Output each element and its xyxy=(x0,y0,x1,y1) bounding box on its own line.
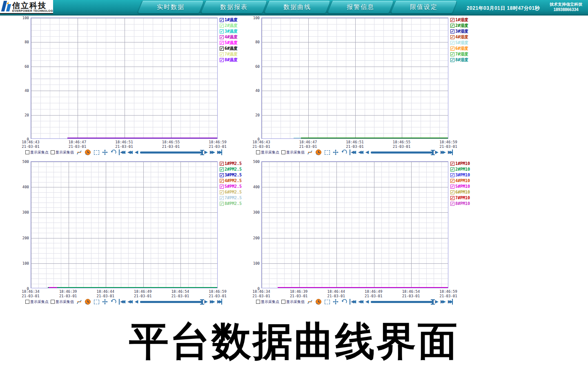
legend-item[interactable]: ✓8#湿度 xyxy=(450,57,468,62)
export-curves-icon[interactable] xyxy=(76,298,82,305)
show-values-checkbox[interactable]: 显示采集值 xyxy=(281,150,305,155)
legend-item[interactable]: ✓2#湿度 xyxy=(450,23,468,28)
legend-item[interactable]: ✓2#PM10 xyxy=(450,167,470,172)
legend-item[interactable]: ✓1#温度 xyxy=(220,17,238,22)
legend-item[interactable]: ✓7#PM10 xyxy=(450,195,470,200)
step-back-icon[interactable]: ◀ xyxy=(365,299,369,305)
step-back-icon[interactable]: ◀ xyxy=(135,299,138,305)
show-points-checkbox-box[interactable] xyxy=(25,300,29,304)
time-slider-handle[interactable] xyxy=(201,299,203,305)
series-checkbox[interactable]: ✓ xyxy=(450,185,454,189)
skip-end-icon[interactable]: ▶▶ xyxy=(217,299,222,305)
series-checkbox[interactable]: ✓ xyxy=(450,167,454,172)
series-checkbox[interactable]: ✓ xyxy=(220,29,224,33)
legend-item[interactable]: ✓1#湿度 xyxy=(450,17,468,22)
snapshot-clock-icon[interactable] xyxy=(85,149,91,156)
snapshot-clock-icon[interactable] xyxy=(315,149,322,156)
undo-icon[interactable] xyxy=(110,298,117,305)
zoom-select-icon[interactable] xyxy=(324,149,330,156)
step-forward-icon[interactable]: ▶ xyxy=(435,299,438,305)
legend-item[interactable]: ✓5#湿度 xyxy=(450,40,468,45)
legend-item[interactable]: ✓6#温度 xyxy=(220,46,238,51)
time-slider-handle[interactable] xyxy=(432,150,434,155)
snapshot-clock-icon[interactable] xyxy=(85,298,91,305)
fast-back-icon[interactable]: ◀◀ xyxy=(127,149,133,155)
legend-item[interactable]: ✓7#湿度 xyxy=(450,51,468,57)
show-points-checkbox-box[interactable] xyxy=(256,300,260,304)
legend-item[interactable]: ✓5#PM2.5 xyxy=(220,184,242,189)
series-checkbox[interactable]: ✓ xyxy=(450,162,454,166)
series-checkbox[interactable]: ✓ xyxy=(220,47,224,51)
series-checkbox[interactable]: ✓ xyxy=(220,162,224,166)
pan-icon[interactable] xyxy=(102,298,108,305)
series-checkbox[interactable]: ✓ xyxy=(450,173,454,177)
tab-realtime-data[interactable]: 实时数据 xyxy=(137,1,205,13)
skip-end-icon[interactable]: ▶▶ xyxy=(448,149,453,155)
legend-item[interactable]: ✓2#温度 xyxy=(220,23,238,28)
series-checkbox[interactable]: ✓ xyxy=(450,52,454,56)
show-values-checkbox[interactable]: 显示采集值 xyxy=(51,299,74,305)
legend-item[interactable]: ✓3#温度 xyxy=(220,29,238,34)
zoom-select-icon[interactable] xyxy=(324,298,330,305)
skip-start-icon[interactable]: ◀◀ xyxy=(350,299,356,305)
show-points-checkbox[interactable]: 显示采集点 xyxy=(256,299,279,305)
undo-icon[interactable] xyxy=(110,149,117,156)
zoom-select-icon[interactable] xyxy=(93,298,100,305)
series-checkbox[interactable]: ✓ xyxy=(220,202,224,206)
series-checkbox[interactable]: ✓ xyxy=(450,47,454,51)
export-curves-icon[interactable] xyxy=(307,298,313,305)
legend-item[interactable]: ✓8#PM10 xyxy=(450,201,470,206)
series-checkbox[interactable]: ✓ xyxy=(220,173,224,177)
zoom-select-icon[interactable] xyxy=(93,149,100,156)
series-checkbox[interactable]: ✓ xyxy=(220,52,224,56)
series-checkbox[interactable]: ✓ xyxy=(450,29,454,33)
show-points-checkbox-box[interactable] xyxy=(256,150,260,154)
tab-data-curve[interactable]: 数据曲线 xyxy=(264,1,331,13)
legend-item[interactable]: ✓3#PM2.5 xyxy=(220,172,242,178)
show-values-checkbox-box[interactable] xyxy=(51,300,55,304)
series-checkbox[interactable]: ✓ xyxy=(220,196,224,200)
show-values-checkbox[interactable]: 显示采集值 xyxy=(281,299,305,305)
undo-icon[interactable] xyxy=(341,298,347,305)
series-checkbox[interactable]: ✓ xyxy=(450,41,454,45)
series-checkbox[interactable]: ✓ xyxy=(220,35,224,39)
show-points-checkbox[interactable]: 显示采集点 xyxy=(25,299,49,305)
show-values-checkbox[interactable]: 显示采集值 xyxy=(51,150,74,155)
series-checkbox[interactable]: ✓ xyxy=(450,202,454,206)
skip-start-icon[interactable]: ◀◀ xyxy=(350,149,356,155)
fast-back-icon[interactable]: ◀◀ xyxy=(127,299,133,305)
show-values-checkbox-box[interactable] xyxy=(281,300,285,304)
step-back-icon[interactable]: ◀ xyxy=(365,149,369,155)
step-back-icon[interactable]: ◀ xyxy=(135,149,138,155)
pan-icon[interactable] xyxy=(332,149,339,156)
series-checkbox[interactable]: ✓ xyxy=(220,179,224,183)
legend-item[interactable]: ✓4#PM2.5 xyxy=(220,178,242,183)
legend-item[interactable]: ✓4#温度 xyxy=(220,34,238,40)
time-slider[interactable] xyxy=(140,301,202,303)
legend-item[interactable]: ✓8#PM2.5 xyxy=(220,201,242,206)
tab-limit-setting[interactable]: 限值设定 xyxy=(390,1,458,13)
legend-item[interactable]: ✓7#温度 xyxy=(220,51,238,57)
series-checkbox[interactable]: ✓ xyxy=(220,190,224,194)
legend-item[interactable]: ✓6#湿度 xyxy=(450,46,468,51)
show-values-checkbox-box[interactable] xyxy=(51,150,55,154)
step-forward-icon[interactable]: ▶ xyxy=(204,149,207,155)
legend-item[interactable]: ✓3#湿度 xyxy=(450,29,468,34)
legend-item[interactable]: ✓5#PM10 xyxy=(450,184,470,189)
fast-back-icon[interactable]: ◀◀ xyxy=(358,299,363,305)
pan-icon[interactable] xyxy=(102,149,108,156)
show-points-checkbox[interactable]: 显示采集点 xyxy=(25,150,49,155)
legend-item[interactable]: ✓3#PM10 xyxy=(450,172,470,178)
series-checkbox[interactable]: ✓ xyxy=(450,190,454,194)
fast-forward-icon[interactable]: ▶▶ xyxy=(210,299,215,305)
legend-item[interactable]: ✓6#PM10 xyxy=(450,189,470,195)
series-checkbox[interactable]: ✓ xyxy=(450,179,454,183)
legend-item[interactable]: ✓1#PM2.5 xyxy=(220,161,242,166)
series-checkbox[interactable]: ✓ xyxy=(220,167,224,172)
show-points-checkbox[interactable]: 显示采集点 xyxy=(256,150,279,155)
show-values-checkbox-box[interactable] xyxy=(281,150,285,154)
show-points-checkbox-box[interactable] xyxy=(25,150,29,154)
series-checkbox[interactable]: ✓ xyxy=(220,185,224,189)
time-slider[interactable] xyxy=(371,301,433,303)
export-curves-icon[interactable] xyxy=(307,149,313,156)
